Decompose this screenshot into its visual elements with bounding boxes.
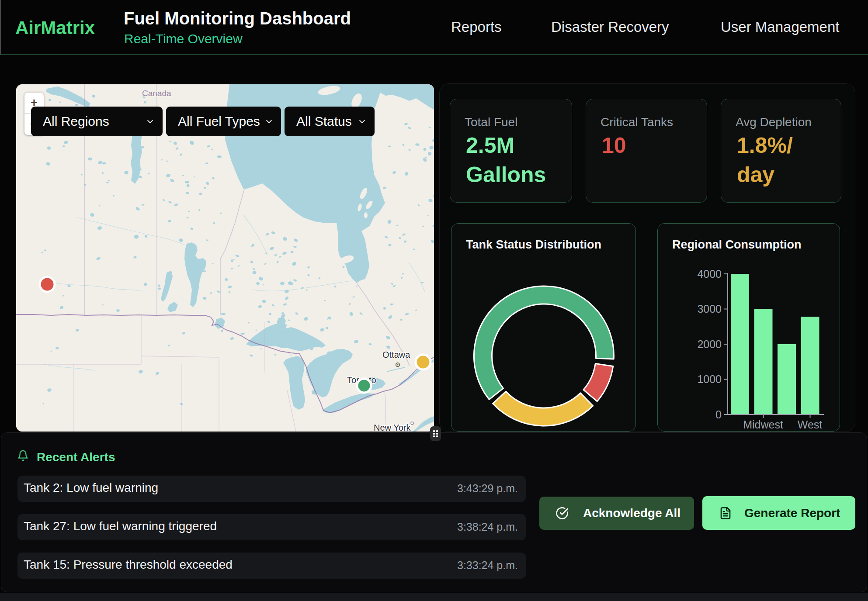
svg-text:4000: 4000 <box>697 268 722 280</box>
svg-text:Ottawa: Ottawa <box>382 350 410 359</box>
svg-text:0: 0 <box>715 408 722 421</box>
svg-text:2000: 2000 <box>697 338 722 350</box>
svg-text:Canada: Canada <box>142 89 171 98</box>
svg-text:Midwest: Midwest <box>743 418 783 431</box>
svg-text:1000: 1000 <box>697 373 722 385</box>
svg-text:New York: New York <box>374 423 411 432</box>
svg-text:3000: 3000 <box>697 303 722 315</box>
svg-text:West: West <box>798 418 823 431</box>
